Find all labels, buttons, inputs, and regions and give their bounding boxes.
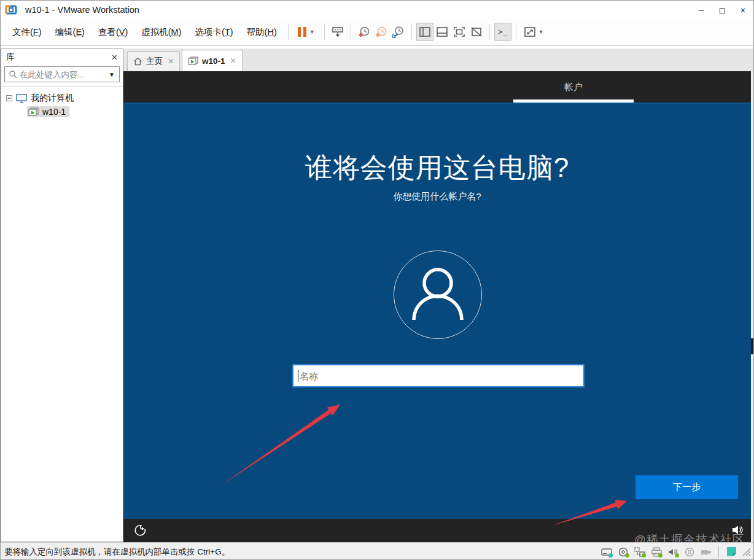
home-icon — [133, 57, 142, 66]
cd-dvd-icon[interactable] — [617, 546, 629, 558]
library-tree: 我的计算机 w10-1 — [1, 86, 123, 542]
menu-help[interactable]: 帮助(H) — [240, 26, 284, 38]
send-ctrl-alt-del-button[interactable] — [329, 23, 346, 41]
oobe-title: 谁将会使用这台电脑? — [123, 150, 751, 186]
stretch-guest-button[interactable]: ▼ — [521, 23, 548, 41]
snapshot-revert-icon — [375, 26, 387, 38]
console-icon: >_ — [499, 28, 507, 36]
printer-icon[interactable] — [650, 546, 663, 558]
menu-toolbar: 文件(F) 编辑(E) 查看(V) 虚拟机(M) 选项卡(T) 帮助(H) ▼ — [1, 19, 753, 45]
account-name-input[interactable] — [292, 364, 585, 387]
usb-device-icon[interactable] — [700, 546, 712, 558]
vm-icon — [188, 56, 198, 66]
search-input[interactable] — [20, 70, 107, 79]
webcam-icon[interactable] — [683, 546, 696, 558]
vm-scrollbar-thumb[interactable] — [751, 338, 754, 354]
stretch-icon — [524, 27, 535, 37]
text-caret — [298, 370, 298, 382]
library-search[interactable]: ▼ — [4, 66, 120, 82]
vm-icon — [28, 107, 39, 117]
show-thumbnail-bar-button[interactable] — [433, 23, 451, 41]
tree-item-label: w10-1 — [42, 107, 66, 117]
titlebar: w10-1 - VMware Workstation — □ ✕ — [1, 1, 753, 19]
watermark: @稀土掘金技术社区 — [123, 532, 745, 542]
tree-item-label: 我的计算机 — [31, 93, 74, 104]
device-status-icons — [600, 546, 751, 558]
resize-grip[interactable] — [742, 547, 751, 556]
status-dot — [608, 553, 613, 558]
thumbnail-bar-icon — [437, 27, 448, 37]
unity-mode-button[interactable] — [468, 23, 485, 41]
close-button[interactable]: ✕ — [733, 1, 753, 19]
fullscreen-button[interactable] — [451, 23, 468, 41]
console-view-button[interactable]: >_ — [494, 23, 511, 41]
tree-item-vm-w10-1[interactable]: w10-1 — [1, 105, 123, 119]
tab-w10-1[interactable]: w10-1 ✕ — [182, 50, 243, 71]
manage-snapshots-button[interactable] — [390, 23, 407, 41]
sound-icon[interactable] — [667, 546, 679, 558]
library-panel-icon — [419, 27, 430, 37]
status-separator — [718, 546, 719, 558]
unity-mode-icon — [471, 27, 482, 37]
vm-console[interactable]: 帐户 谁将会使用这台电脑? 你想使用什么帐户名? 下一步 — [123, 71, 754, 542]
fullscreen-icon — [454, 27, 465, 37]
snapshot-clock-plus-icon — [358, 26, 370, 38]
menu-edit[interactable]: 编辑(E) — [49, 26, 91, 38]
pause-vm-button[interactable]: ▼ — [293, 23, 320, 41]
oobe-subtitle: 你想使用什么帐户名? — [123, 191, 751, 203]
status-hint: 要将输入定向到该虚拟机，请在虚拟机内部单击或按 Ctrl+G。 — [4, 546, 230, 558]
library-header: 库 ✕ — [1, 49, 123, 65]
ctrl-alt-del-icon — [332, 26, 344, 37]
menu-tabs[interactable]: 选项卡(T) — [189, 26, 240, 38]
library-sidebar: 库 ✕ ▼ 我的计算机 — [1, 49, 123, 542]
vm-scrollbar[interactable] — [751, 71, 754, 542]
chevron-down-icon[interactable]: ▼ — [538, 29, 544, 35]
toolbar-separator — [288, 24, 289, 40]
show-library-button[interactable] — [416, 23, 433, 41]
statusbar: 要将输入定向到该虚拟机，请在虚拟机内部单击或按 Ctrl+G。 — [1, 542, 754, 560]
toolbar-separator — [489, 24, 490, 40]
status-dot — [658, 553, 663, 558]
collapse-icon[interactable] — [6, 95, 12, 101]
vmware-window: w10-1 - VMware Workstation — □ ✕ 文件(F) 编… — [0, 0, 754, 560]
network-adapter-icon[interactable] — [634, 546, 646, 558]
library-title: 库 — [6, 52, 15, 63]
menu-view[interactable]: 查看(V) — [91, 26, 134, 38]
search-dropdown-icon[interactable]: ▼ — [107, 71, 117, 78]
take-snapshot-button[interactable] — [356, 23, 373, 41]
tab-close-icon[interactable]: ✕ — [168, 57, 174, 66]
chevron-down-icon[interactable]: ▼ — [309, 29, 315, 35]
maximize-button[interactable]: □ — [712, 1, 733, 19]
tabbar: 主页 ✕ w10-1 ✕ — [123, 49, 754, 71]
status-dot — [625, 553, 629, 558]
tree-item-my-computer[interactable]: 我的计算机 — [1, 91, 123, 105]
oobe-top-bar: 帐户 — [123, 71, 751, 104]
status-dot — [675, 553, 679, 558]
menu-file[interactable]: 文件(F) — [6, 26, 49, 38]
library-close-icon[interactable]: ✕ — [111, 53, 118, 62]
hard-disk-icon[interactable] — [600, 546, 613, 558]
menu-vm[interactable]: 虚拟机(M) — [134, 26, 188, 38]
vmware-logo-icon — [5, 4, 17, 16]
tab-label: 主页 — [146, 56, 163, 67]
pause-icon — [298, 27, 306, 37]
window-title: w10-1 - VMware Workstation — [25, 5, 139, 15]
computer-icon — [16, 94, 27, 103]
snapshot-manage-icon — [392, 26, 405, 38]
red-arrow-to-input — [220, 405, 340, 486]
toolbar-separator — [411, 24, 412, 40]
message-log-icon[interactable] — [725, 546, 737, 558]
tab-label: w10-1 — [202, 56, 225, 66]
account-name-field[interactable] — [292, 364, 585, 387]
next-button[interactable]: 下一步 — [635, 475, 738, 499]
revert-snapshot-button[interactable] — [373, 23, 390, 41]
tab-home[interactable]: 主页 ✕ — [127, 51, 180, 71]
toolbar-separator — [351, 24, 351, 40]
oobe-nav-underline — [513, 99, 634, 103]
toolbar-separator — [516, 24, 516, 40]
tab-close-icon[interactable]: ✕ — [230, 56, 236, 65]
minimize-button[interactable]: — — [691, 1, 712, 19]
status-dot — [642, 553, 646, 558]
user-avatar-icon — [394, 251, 482, 339]
search-icon — [9, 70, 17, 79]
